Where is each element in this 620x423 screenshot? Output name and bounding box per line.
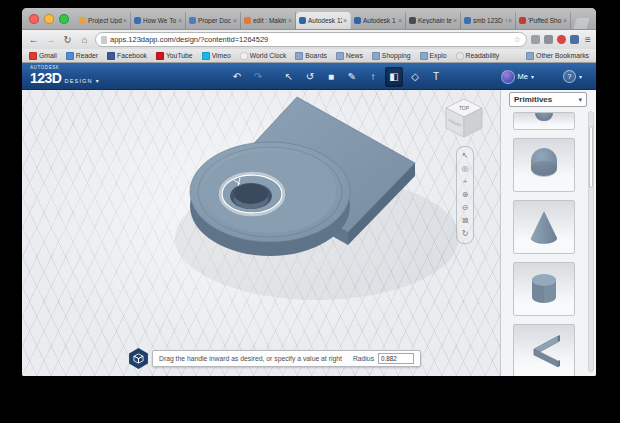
bookmark-item[interactable]: Facebook (107, 52, 147, 60)
back-button[interactable]: ← (27, 35, 40, 45)
tab-close-icon[interactable]: × (508, 17, 512, 24)
pattern-tool-button[interactable]: ◇ (406, 67, 424, 87)
construct-tool-button[interactable]: ↑ (364, 67, 382, 87)
select-tool-button[interactable]: ↖ (280, 67, 298, 87)
tab-favicon (79, 17, 86, 24)
extension-icon[interactable] (570, 35, 579, 44)
panel-category-dropdown[interactable]: Primitives ▾ (509, 92, 587, 107)
browser-tab-active[interactable]: Autodesk 12 × (296, 12, 351, 29)
forward-button[interactable]: → (44, 35, 57, 45)
viewport-canvas[interactable]: TOP FRONT ↖ ◎ + ⊕ ⊖ ⊠ ↻ (22, 90, 500, 376)
view-toolbar: ↖ ◎ + ⊕ ⊖ ⊠ ↻ (456, 146, 474, 244)
pan-icon[interactable]: + (457, 176, 473, 188)
zoom-window-button[interactable] (59, 14, 69, 24)
close-window-button[interactable] (29, 14, 39, 24)
bookmark-item[interactable]: YouTube (156, 52, 193, 60)
view-cube-top-label[interactable]: TOP (459, 105, 470, 111)
tab-close-icon[interactable]: × (178, 17, 182, 24)
minimize-window-button[interactable] (44, 14, 54, 24)
tab-title: Keychain tec (418, 17, 452, 24)
primitive-tile-channel[interactable] (513, 324, 575, 376)
primitives-tool-button[interactable]: ■ (322, 67, 340, 87)
reset-view-icon[interactable]: ↻ (457, 228, 473, 240)
redo-button[interactable]: ↷ (249, 67, 267, 87)
tab-title: How We To (143, 17, 177, 24)
hole-feature[interactable] (230, 183, 272, 209)
tab-close-icon[interactable]: × (343, 17, 347, 24)
primitive-tile-sphere[interactable] (513, 112, 575, 130)
extension-icon[interactable] (557, 35, 566, 44)
tab-list: Project Upd × How We To × Proper Doc × e… (76, 11, 588, 29)
tab-close-icon[interactable]: × (563, 17, 567, 24)
bookmark-label: News (346, 52, 363, 59)
browser-tab[interactable]: How We To × (131, 12, 186, 29)
view-select-icon[interactable]: ↖ (457, 150, 473, 162)
browser-toolbar: ← → ↻ ⌂ apps.123dapp.com/design/?content… (22, 29, 596, 49)
browser-tab[interactable]: smb 123D_C × (461, 12, 516, 29)
tab-title: 'Puffed Sho (528, 17, 562, 24)
desktop-background: Project Upd × How We To × Proper Doc × e… (0, 0, 620, 423)
other-bookmarks-button[interactable]: Other Bookmarks (526, 52, 589, 60)
sketch-tool-button[interactable]: ✎ (343, 67, 361, 87)
tab-close-icon[interactable]: × (233, 17, 237, 24)
bookmark-label: Readability (466, 52, 500, 59)
primitive-tile-capsule[interactable] (513, 138, 575, 192)
view-cube[interactable]: TOP FRONT (442, 95, 488, 143)
tab-strip: Project Upd × How We To × Proper Doc × e… (22, 8, 596, 29)
transform-tool-button[interactable]: ↺ (301, 67, 319, 87)
browser-tab[interactable]: Keychain tec × (406, 12, 461, 29)
browser-tab[interactable]: Project Upd × (76, 12, 131, 29)
zoom-out-icon[interactable]: ⊖ (457, 202, 473, 214)
browser-tab[interactable]: Proper Doc × (186, 12, 241, 29)
scrollbar-thumb[interactable] (589, 126, 593, 188)
help-menu[interactable]: ? ▾ (563, 63, 582, 90)
avatar (501, 70, 515, 84)
chevron-down-icon[interactable]: ▾ (96, 78, 99, 84)
tab-title: Project Upd (88, 17, 122, 24)
browser-tab[interactable]: Autodesk 1 × (351, 12, 406, 29)
hint-message-bar: Drag the handle inward as desired, or sp… (152, 350, 421, 367)
orbit-icon[interactable]: ◎ (457, 163, 473, 175)
zoom-in-icon[interactable]: ⊕ (457, 189, 473, 201)
bookmark-item[interactable]: Gmail (29, 52, 57, 60)
bookmark-folder[interactable]: News (336, 52, 363, 60)
bookmark-item[interactable]: Vimeo (202, 52, 231, 60)
home-button[interactable]: ⌂ (78, 35, 91, 45)
tab-title: smb 123D_C (473, 17, 507, 24)
bookmark-item[interactable]: World Clock (240, 52, 287, 60)
reload-button[interactable]: ↻ (61, 35, 74, 45)
address-bar[interactable]: apps.123dapp.com/design/?contentid=12645… (95, 32, 527, 47)
tab-title: Autodesk 1 (363, 17, 397, 24)
tab-favicon (189, 17, 196, 24)
bookmark-item[interactable]: Readability (456, 52, 500, 60)
extension-icon[interactable] (531, 35, 540, 44)
browser-menu-icon[interactable]: ≡ (585, 34, 591, 45)
extension-icon[interactable] (544, 35, 553, 44)
bookmark-folder[interactable]: Boards (295, 52, 327, 60)
url-text[interactable]: apps.123dapp.com/design/?contentid=12645… (110, 35, 268, 44)
tab-close-icon[interactable]: × (123, 17, 127, 24)
panel-scrollbar[interactable] (588, 111, 594, 372)
browser-tab[interactable]: edit : Makin × (241, 12, 296, 29)
bookmark-folder[interactable]: Shopping (372, 52, 411, 60)
zoom-window-icon[interactable]: ⊠ (457, 215, 473, 227)
account-menu[interactable]: Me ▾ (501, 63, 534, 90)
page-icon (101, 36, 107, 44)
bookmark-star-icon[interactable]: ☆ (514, 35, 521, 44)
browser-tab[interactable]: 'Puffed Sho × (516, 12, 571, 29)
bookmark-item[interactable]: Reader (66, 52, 98, 60)
new-tab-button[interactable] (573, 18, 589, 29)
3d-model[interactable] (22, 90, 500, 376)
bookmark-label: Gmail (39, 52, 57, 59)
bookmark-folder[interactable]: Explo (420, 52, 447, 60)
tab-close-icon[interactable]: × (453, 17, 457, 24)
modify-tool-button[interactable]: ◧ (385, 67, 403, 87)
undo-button[interactable]: ↶ (228, 67, 246, 87)
primitive-tile-cylinder[interactable] (513, 262, 575, 316)
radius-input[interactable] (378, 353, 414, 364)
primitive-tile-cone[interactable] (513, 200, 575, 254)
tab-close-icon[interactable]: × (398, 17, 402, 24)
text-tool-button[interactable]: T (427, 67, 445, 87)
app-logo[interactable]: AUTODESK 123D DESIGN ▾ (30, 66, 99, 85)
tab-close-icon[interactable]: × (288, 17, 292, 24)
